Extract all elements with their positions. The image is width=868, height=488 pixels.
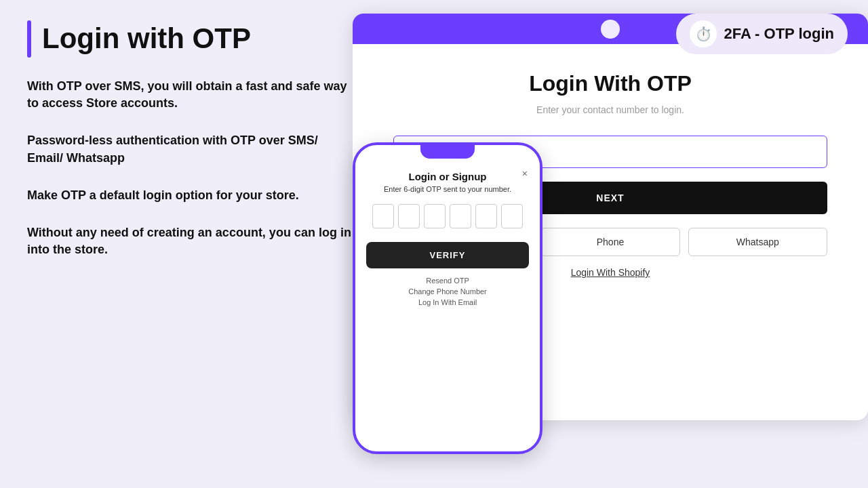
badge-label: 2FA - OTP login: [724, 25, 834, 43]
phone-otp-label: Enter 6-digit OTP sent to your number.: [366, 185, 529, 193]
feature-list: With OTP over SMS, you will obtain a fas…: [27, 78, 353, 258]
change-phone-link[interactable]: Change Phone Number: [366, 287, 529, 296]
feature-item-4: Without any need of creating an account,…: [27, 224, 353, 258]
otp-boxes: [366, 204, 529, 228]
otp-box-1[interactable]: [372, 204, 394, 228]
page-container: ⏱️ 2FA - OTP login Login with OTP With O…: [0, 0, 868, 488]
otp-box-2[interactable]: [398, 204, 420, 228]
phone-links: Resend OTP Change Phone Number Log In Wi…: [366, 277, 529, 306]
feature-item-3: Make OTP a default login option for your…: [27, 187, 353, 204]
feature-item-2: Password-less authentication with OTP ov…: [27, 132, 353, 166]
login-email-link[interactable]: Log In With Email: [366, 298, 529, 306]
phone-button[interactable]: Phone: [540, 228, 679, 256]
otp-box-3[interactable]: [424, 204, 446, 228]
right-panel: Login With OTP Enter your contact number…: [366, 20, 841, 474]
app-badge: ⏱️ 2FA - OTP login: [676, 14, 848, 54]
timer-icon: ⏱️: [695, 26, 712, 42]
browser-subtitle: Enter your contact number to login.: [536, 104, 684, 115]
phone-modal-title: Login or Signup: [366, 171, 529, 182]
phone-mockup: Login or Signup × Enter 6-digit OTP sent…: [353, 142, 542, 454]
otp-box-6[interactable]: [501, 204, 523, 228]
otp-box-4[interactable]: [450, 204, 471, 228]
page-title: Login with OTP: [42, 23, 251, 54]
feature-item-1: With OTP over SMS, you will obtain a fas…: [27, 78, 353, 112]
otp-box-5[interactable]: [475, 204, 497, 228]
shopify-login-link[interactable]: Login With Shopify: [571, 267, 650, 278]
browser-login-title: Login With OTP: [529, 71, 692, 96]
phone-notch: [420, 145, 475, 159]
verify-button[interactable]: VERIFY: [366, 242, 529, 268]
phone-content: Login or Signup × Enter 6-digit OTP sent…: [355, 159, 540, 316]
browser-circle-decoration: [601, 20, 620, 39]
whatsapp-button[interactable]: Whatsapp: [688, 228, 827, 256]
phone-close-button[interactable]: ×: [522, 168, 528, 179]
title-block: Login with OTP: [27, 20, 353, 58]
title-accent-bar: [27, 20, 31, 58]
badge-icon: ⏱️: [690, 20, 717, 47]
left-panel: Login with OTP With OTP over SMS, you wi…: [27, 20, 353, 474]
resend-otp-link[interactable]: Resend OTP: [366, 277, 529, 285]
